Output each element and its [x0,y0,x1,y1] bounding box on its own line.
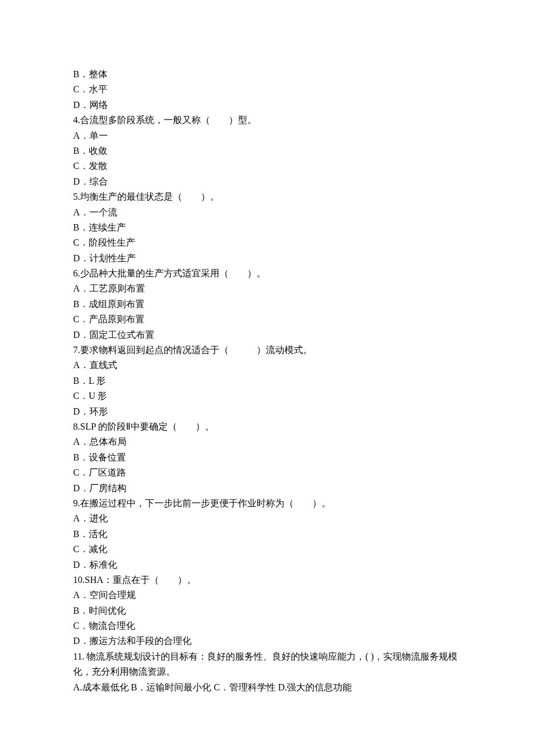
question-line: 7.要求物料返回到起点的情况适合于（ ）流动模式。 [73,343,466,358]
option-line: C．物流合理化 [73,618,466,633]
option-line: D．搬运方法和手段的合理化 [73,633,466,649]
option-line: A.成本最低化 B．运输时间最小化 C．管理科学性 D.强大的信息功能 [73,680,466,695]
option-line: D．网络 [73,98,466,113]
option-line: C．阶段性生产 [73,235,466,250]
option-line: B．L 形 [73,373,466,388]
option-line: B．时间优化 [73,603,466,618]
question-line: 8.SLP 的阶段Ⅱ中要确定（ ）。 [73,419,466,434]
option-line: B．成组原则布置 [73,297,466,312]
option-line: B．活化 [73,527,466,542]
option-line: A．空间合理规 [73,588,466,603]
option-line: B．整体 [73,67,466,82]
option-line: D．综合 [73,174,466,189]
option-line: D．标准化 [73,557,466,573]
question-line: 4.合流型多阶段系统，一般又称（ ）型。 [73,113,466,128]
option-line: A．工艺原则布置 [73,281,466,296]
document-page: B．整体 C．水平 D．网络 4.合流型多阶段系统，一般又称（ ）型。 A．单一… [0,0,534,756]
option-line: D．厂房结构 [73,481,466,496]
option-line: C．厂区道路 [73,465,466,480]
question-line: 10.SHA：重点在于（ ）。 [73,573,466,588]
option-line: A．直线式 [73,358,466,373]
question-line: 6.少品种大批量的生产方式适宜采用（ ）。 [73,266,466,281]
option-line: D．环形 [73,404,466,419]
question-line: 5.均衡生产的最佳状态是（ ）。 [73,189,466,204]
option-line: B．设备位置 [73,450,466,465]
option-line: C．减化 [73,542,466,557]
option-line: A．总体布局 [73,434,466,449]
option-line: C．发散 [73,159,466,174]
option-line: B．连续生产 [73,220,466,235]
option-line: A．进化 [73,511,466,526]
question-line: 9.在搬运过程中，下一步比前一步更便于作业时称为（ ）。 [73,496,466,511]
option-line: C．U 形 [73,388,466,404]
option-line: D．固定工位式布置 [73,327,466,343]
question-line: 11. 物流系统规划设计的目标有：良好的服务性、良好的快速响应能力，( )，实现… [73,649,466,680]
option-line: B．收敛 [73,143,466,159]
option-line: A．单一 [73,128,466,143]
option-line: C．产品原则布置 [73,312,466,327]
option-line: D．计划性生产 [73,251,466,266]
option-line: C．水平 [73,82,466,97]
option-line: A．一个流 [73,205,466,220]
